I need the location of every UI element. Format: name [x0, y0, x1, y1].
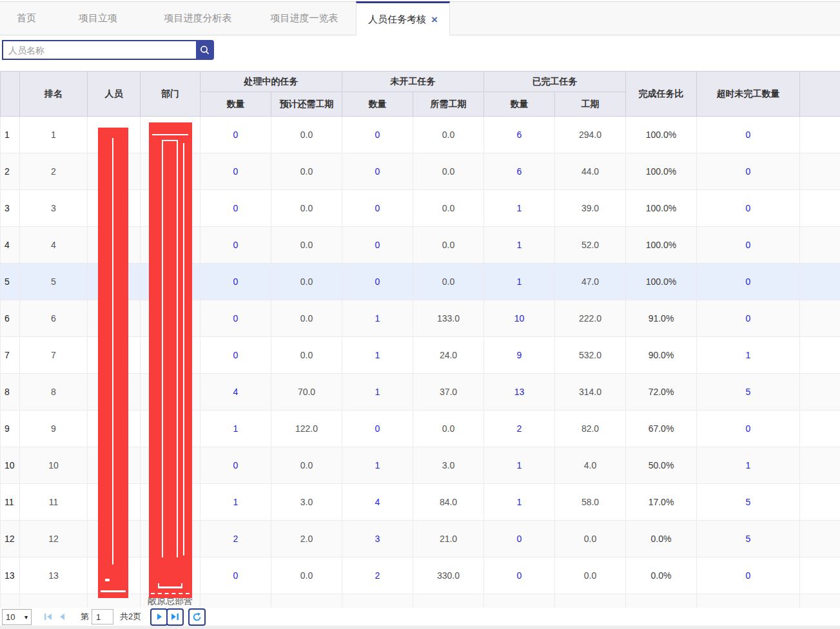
cell-overtime-count[interactable]: 0 — [697, 557, 800, 594]
cell-notstarted-duration: 0.0 — [413, 153, 484, 190]
cell-rank: 9 — [20, 411, 88, 447]
cell-processing-count[interactable]: 0 — [200, 300, 271, 337]
cell-notstarted-count[interactable]: 0 — [342, 190, 413, 227]
cell-overtime-count[interactable]: 0 — [697, 117, 800, 153]
cell-notstarted-count[interactable]: 2 — [342, 557, 413, 594]
last-page-icon — [170, 612, 180, 621]
cell-overtime-count[interactable]: 0 — [697, 190, 800, 227]
cell-processing-count[interactable]: 0 — [200, 337, 271, 374]
cell-processing-count[interactable]: 1 — [200, 411, 271, 447]
cell-notstarted-count[interactable]: 0 — [342, 153, 413, 190]
cell-completed-count[interactable]: 13 — [484, 374, 555, 411]
cell-completed-count[interactable]: 10 — [484, 300, 555, 337]
tab-bar: 首页 项目立项 项目进度分析表 项目进度一览表 人员任务考核 × — [0, 1, 840, 35]
cell-processing-count[interactable]: 0 — [200, 153, 271, 190]
cell-notstarted-duration — [413, 594, 484, 608]
header-notstarted-group: 未开工任务 — [342, 72, 484, 92]
cell-notstarted-duration: 0.0 — [413, 411, 484, 447]
refresh-button[interactable] — [188, 608, 206, 626]
cell-completed-count[interactable]: 0 — [484, 557, 555, 594]
cell-notstarted-count[interactable]: 0 — [342, 227, 413, 264]
header-notstarted-duration: 所需工期 — [413, 92, 484, 117]
cell-completed-count[interactable]: 9 — [484, 337, 555, 374]
cell-notstarted-count[interactable]: 1 — [342, 300, 413, 337]
cell-notstarted-count[interactable]: 1 — [342, 447, 413, 484]
cell-overtime-count[interactable]: 5 — [697, 374, 800, 411]
cell-notstarted-count[interactable]: 3 — [342, 521, 413, 557]
search-input[interactable] — [2, 40, 196, 60]
cell-notstarted-count[interactable]: 1 — [342, 374, 413, 411]
tab-home[interactable]: 首页 — [0, 2, 53, 35]
cell-notstarted-count[interactable]: 0 — [342, 117, 413, 153]
cell-processing-count[interactable]: 4 — [200, 374, 271, 411]
tab-label: 人员任务考核 — [368, 14, 426, 26]
cell-completed-count — [484, 594, 555, 608]
cell-overtime-count[interactable]: 0 — [697, 153, 800, 190]
cell-completion-ratio: 50.0% — [626, 447, 697, 484]
cell-completed-duration: 532.0 — [555, 337, 626, 374]
cell-processing-count[interactable]: 0 — [200, 117, 271, 153]
cell-completed-count[interactable]: 0 — [484, 521, 555, 557]
cell-processing-remaining: 0.0 — [271, 557, 342, 594]
cell-notstarted-count — [342, 594, 413, 608]
cell-notstarted-count[interactable]: 0 — [342, 411, 413, 447]
cell-completed-count[interactable]: 1 — [484, 190, 555, 227]
tab-project-initiation[interactable]: 项目立项 — [53, 2, 143, 35]
cell-processing-count[interactable]: 0 — [200, 447, 271, 484]
cell-completed-count[interactable]: 6 — [484, 153, 555, 190]
cell-overtime-count[interactable]: 0 — [697, 411, 800, 447]
cell-processing-count[interactable]: 0 — [200, 227, 271, 264]
tab-label: 项目进度分析表 — [164, 12, 232, 24]
cell-notstarted-duration: 133.0 — [413, 300, 484, 337]
cell-overtime-count[interactable]: 0 — [697, 264, 800, 300]
cell-notstarted-duration: 3.0 — [413, 447, 484, 484]
cell-completed-count[interactable]: 1 — [484, 264, 555, 300]
page-prefix-label: 第 — [81, 611, 89, 623]
cell-overtime-count[interactable]: 1 — [697, 447, 800, 484]
cell-filler — [800, 153, 840, 190]
cell-overtime-count[interactable]: 0 — [697, 300, 800, 337]
cell-overtime-count[interactable]: 1 — [697, 337, 800, 374]
cell-rank: 13 — [20, 557, 88, 594]
cell-completed-count[interactable]: 6 — [484, 117, 555, 153]
cell-notstarted-count[interactable]: 4 — [342, 484, 413, 521]
tab-label: 项目进度一览表 — [271, 12, 338, 24]
cell-completion-ratio: 72.0% — [626, 374, 697, 411]
cell-completed-count[interactable]: 1 — [484, 484, 555, 521]
cell-completed-count[interactable]: 1 — [484, 447, 555, 484]
cell-processing-count[interactable]: 0 — [200, 264, 271, 300]
cell-notstarted-count[interactable]: 1 — [342, 337, 413, 374]
cell-filler — [800, 337, 840, 374]
cell-completed-count[interactable]: 2 — [484, 411, 555, 447]
header-row-index — [1, 72, 20, 117]
search-button[interactable] — [196, 40, 214, 60]
first-page-icon[interactable] — [41, 610, 55, 624]
last-page-button[interactable] — [166, 608, 184, 626]
page-size-select[interactable]: 10 ▾ — [2, 609, 32, 625]
tab-project-progress-analysis[interactable]: 项目进度分析表 — [143, 2, 253, 35]
previous-page-icon[interactable] — [55, 610, 69, 624]
cell-filler — [800, 374, 840, 411]
cell-completed-duration: 39.0 — [555, 190, 626, 227]
cell-processing-remaining: 3.0 — [271, 484, 342, 521]
cell-completed-count[interactable]: 1 — [484, 227, 555, 264]
cell-processing-count[interactable]: 1 — [200, 484, 271, 521]
cell-processing-count[interactable]: 0 — [200, 190, 271, 227]
next-page-button[interactable] — [150, 608, 168, 626]
cell-overtime-count[interactable]: 5 — [697, 521, 800, 557]
cell-processing-count[interactable]: 0 — [200, 557, 271, 594]
page-number-input[interactable] — [92, 609, 113, 624]
cell-rank: 10 — [20, 447, 88, 484]
cell-overtime-count[interactable]: 0 — [697, 227, 800, 264]
cell-rank: 7 — [20, 337, 88, 374]
close-icon[interactable]: × — [431, 14, 438, 25]
table-header: 排名 人员 部门 处理中的任务 未开工任务 已完工任务 完成任务比 超时未完工数… — [1, 72, 840, 117]
cell-overtime-count[interactable]: 5 — [697, 484, 800, 521]
tab-project-progress-overview[interactable]: 项目进度一览表 — [253, 2, 356, 35]
cell-notstarted-count[interactable]: 0 — [342, 264, 413, 300]
row-index: 4 — [1, 227, 20, 264]
cell-processing-count[interactable]: 2 — [200, 521, 271, 557]
cell-processing-remaining: 0.0 — [271, 117, 342, 153]
cell-filler — [800, 227, 840, 264]
tab-personnel-task-assessment[interactable]: 人员任务考核 × — [356, 1, 450, 35]
